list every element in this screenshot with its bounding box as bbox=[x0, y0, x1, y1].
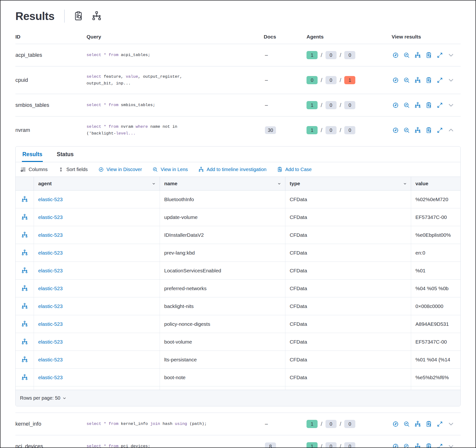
add-to-case-button[interactable] bbox=[426, 443, 432, 448]
agent-link[interactable]: elastic-523 bbox=[38, 214, 63, 220]
expand-row-chevron[interactable] bbox=[448, 443, 454, 448]
add-row-to-timeline-button[interactable] bbox=[21, 356, 28, 363]
column-header-agent[interactable]: agent bbox=[34, 177, 160, 190]
add-row-to-timeline-button[interactable] bbox=[21, 267, 28, 274]
columns-button[interactable]: Columns bbox=[20, 167, 48, 172]
view-in-lens-button[interactable] bbox=[403, 102, 410, 109]
add-to-case-button[interactable] bbox=[426, 421, 432, 427]
column-header-name[interactable]: name bbox=[160, 177, 285, 190]
agent-link[interactable]: elastic-523 bbox=[38, 339, 63, 345]
row-actions-cell bbox=[16, 333, 34, 351]
chevron-down-icon bbox=[63, 396, 66, 400]
value-cell: 0×008c0000 bbox=[411, 297, 460, 315]
add-to-timeline-button[interactable] bbox=[414, 77, 421, 83]
add-row-to-timeline-button[interactable] bbox=[21, 196, 28, 203]
add-row-to-timeline-button[interactable] bbox=[21, 250, 28, 256]
view-in-lens-button[interactable] bbox=[403, 77, 410, 83]
agent-link[interactable]: elastic-523 bbox=[38, 357, 63, 363]
type-cell: CFData bbox=[285, 262, 411, 279]
agent-link[interactable]: elastic-523 bbox=[38, 321, 63, 327]
add-to-timeline-button[interactable] bbox=[414, 443, 421, 448]
agent-link[interactable]: elastic-523 bbox=[38, 250, 63, 256]
add-to-case-button[interactable] bbox=[426, 102, 432, 109]
view-in-lens-button[interactable] bbox=[403, 127, 410, 134]
value-cell: %01 bbox=[411, 262, 460, 279]
slash-separator: / bbox=[340, 77, 341, 83]
grid-clipped-row bbox=[16, 386, 460, 390]
timeline-header-button[interactable] bbox=[92, 11, 102, 21]
row-actions-cell bbox=[16, 315, 34, 333]
case-icon bbox=[426, 421, 432, 427]
query-sql: select * from smbios_tables; bbox=[87, 102, 264, 109]
column-header-type[interactable]: type bbox=[285, 177, 411, 190]
view-in-lens-button[interactable] bbox=[403, 443, 410, 448]
add-row-to-timeline-button[interactable] bbox=[21, 214, 28, 220]
expand-row-chevron[interactable] bbox=[448, 421, 454, 427]
expand-row-chevron[interactable] bbox=[448, 77, 454, 83]
view-in-discover-button[interactable] bbox=[392, 102, 399, 109]
expand-results-button[interactable] bbox=[437, 77, 443, 83]
docs-empty-value: – bbox=[265, 102, 268, 108]
expand-results-button[interactable] bbox=[437, 421, 443, 427]
collapse-row-chevron[interactable] bbox=[448, 127, 454, 134]
agents-pending-badge: 0 bbox=[326, 51, 337, 59]
add-row-to-timeline-button[interactable] bbox=[21, 232, 28, 238]
agents-pending-badge: 0 bbox=[326, 126, 337, 134]
results-toolbar: ColumnsSort fieldsView in DiscoverView i… bbox=[16, 162, 460, 177]
column-header-docs: Docs bbox=[264, 34, 307, 40]
view-in-discover-button[interactable] bbox=[392, 443, 399, 448]
inspect-saved-query-button[interactable] bbox=[73, 11, 83, 21]
add-to-case-button[interactable] bbox=[426, 77, 432, 83]
expand-results-button[interactable] bbox=[437, 102, 443, 109]
add-to-timeline-toolbar-button[interactable]: Add to timeline investigation bbox=[198, 167, 266, 172]
agent-link[interactable]: elastic-523 bbox=[38, 268, 63, 274]
add-row-to-timeline-button[interactable] bbox=[21, 303, 28, 309]
expand-results-button[interactable] bbox=[437, 52, 443, 58]
sort-fields-button[interactable]: Sort fields bbox=[58, 167, 88, 172]
toolbar-label: View in Lens bbox=[161, 167, 188, 172]
timeline-icon bbox=[21, 214, 28, 220]
view-in-discover-button[interactable] bbox=[392, 52, 399, 58]
add-to-timeline-button[interactable] bbox=[414, 127, 421, 134]
view-in-lens-button[interactable] bbox=[403, 421, 410, 427]
view-in-discover-button[interactable] bbox=[392, 421, 399, 427]
row-actions-cell bbox=[16, 191, 34, 208]
add-to-timeline-button[interactable] bbox=[414, 421, 421, 427]
expand-row-chevron[interactable] bbox=[448, 102, 454, 109]
timeline-icon bbox=[414, 127, 421, 134]
view-in-discover-button[interactable] bbox=[392, 77, 399, 83]
column-header-value[interactable]: value bbox=[411, 177, 460, 190]
agent-link[interactable]: elastic-523 bbox=[38, 375, 63, 380]
add-row-to-timeline-button[interactable] bbox=[21, 285, 28, 292]
add-to-case-toolbar-button[interactable]: Add to Case bbox=[277, 167, 312, 172]
agent-link[interactable]: elastic-523 bbox=[38, 197, 63, 202]
query-row-kernel_info: kernel_infoselect * from kernel_info joi… bbox=[15, 413, 461, 435]
add-row-to-timeline-button[interactable] bbox=[21, 374, 28, 381]
rows-per-page-button[interactable]: Rows per page: 50 bbox=[20, 395, 66, 401]
agent-link[interactable]: elastic-523 bbox=[38, 303, 63, 309]
view-in-lens-toolbar-button[interactable]: View in Lens bbox=[152, 167, 188, 172]
expand-results-button[interactable] bbox=[437, 127, 443, 134]
timeline-icon bbox=[414, 421, 421, 427]
expand-row-chevron[interactable] bbox=[448, 52, 454, 58]
agents-cell: 0/0/1 bbox=[307, 76, 392, 84]
add-row-to-timeline-button[interactable] bbox=[21, 321, 28, 327]
view-in-discover-toolbar-button[interactable]: View in Discover bbox=[98, 167, 142, 172]
tab-status[interactable]: Status bbox=[56, 147, 74, 162]
docs-cell: 30 bbox=[264, 126, 307, 134]
tab-results[interactable]: Results bbox=[22, 147, 43, 162]
timeline-icon bbox=[21, 356, 28, 363]
expand-results-button[interactable] bbox=[437, 443, 443, 448]
add-row-to-timeline-button[interactable] bbox=[21, 339, 28, 345]
type-cell: CFData bbox=[285, 351, 411, 368]
discover-icon bbox=[392, 102, 399, 109]
toolbar-label: View in Discover bbox=[106, 167, 142, 172]
add-to-case-button[interactable] bbox=[426, 52, 432, 58]
agent-link[interactable]: elastic-523 bbox=[38, 232, 63, 238]
view-in-lens-button[interactable] bbox=[403, 52, 410, 58]
add-to-timeline-button[interactable] bbox=[414, 102, 421, 109]
view-in-discover-button[interactable] bbox=[392, 127, 399, 134]
add-to-timeline-button[interactable] bbox=[414, 52, 421, 58]
add-to-case-button[interactable] bbox=[426, 127, 432, 134]
agent-link[interactable]: elastic-523 bbox=[38, 286, 63, 291]
